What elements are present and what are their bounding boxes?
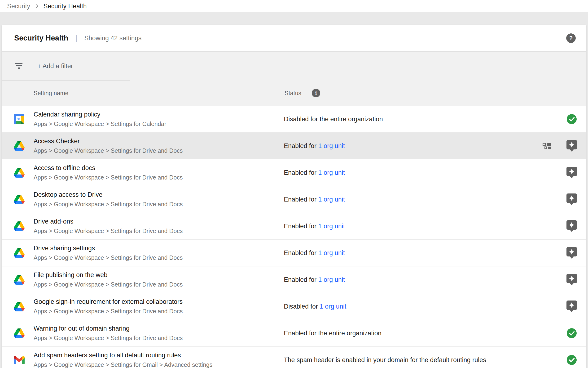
settings-count: Showing 42 settings [84,35,142,42]
status-text: The spam header is enabled in your domai… [284,356,486,364]
table-row[interactable]: 31 Calendar sharing policyApps > Google … [2,106,586,133]
security-health-page: { "breadcrumb": { "parent": "Security", … [0,0,588,368]
setting-path: Apps > Google Workspace > Settings for D… [34,281,183,288]
filter-icon[interactable] [15,63,23,69]
status-column-header: Status [285,90,301,97]
status-text: Enabled for [284,169,318,176]
setting-title: Access Checker [34,138,183,145]
status-text: Disabled for [284,303,320,310]
filter-and-columns-section: + Add a filter Setting name Status i [2,52,586,106]
setting-path: Apps > Google Workspace > Settings for D… [34,147,183,154]
table-row[interactable]: Drive sharing settingsApps > Google Work… [2,240,586,267]
status-text: Enabled for [284,249,318,257]
org-unit-link[interactable]: 1 org unit [318,142,345,149]
status-cell: Enabled for 1 org unit [284,169,345,176]
org-unit-link[interactable]: 1 org unit [318,169,345,176]
drive-icon [14,167,25,178]
setting-title: Drive add-ons [34,218,183,225]
setting-text: Calendar sharing policyApps > Google Wor… [34,111,166,127]
status-cell: The spam header is enabled in your domai… [284,356,486,364]
setting-title: Calendar sharing policy [34,111,166,118]
drive-icon [14,274,25,285]
status-cell: Enabled for 1 org unit [284,249,345,257]
breadcrumb: Security Security Health [0,0,588,12]
status-cell: Enabled for 1 org unit [284,223,345,230]
page-title: Security Health [14,34,68,42]
table-row[interactable]: Access CheckerApps > Google Workspace > … [2,133,586,159]
status-cell: Enabled for the entire organization [284,330,382,337]
breadcrumb-security-link[interactable]: Security [7,3,30,10]
info-icon[interactable]: i [312,89,320,97]
add-filter-button[interactable]: + Add a filter [37,63,73,70]
security-health-card: Security Health | Showing 42 settings ? … [2,25,586,368]
status-cell: Enabled for 1 org unit [284,196,345,203]
table-row[interactable]: File publishing on the webApps > Google … [2,267,586,293]
org-unit-link[interactable]: 1 org unit [318,276,345,283]
setting-text: Drive add-onsApps > Google Workspace > S… [34,218,183,234]
table-column-headers: Setting name Status i [2,81,586,106]
org-unit-link[interactable]: 1 org unit [318,249,345,257]
setting-title: Access to offline docs [34,164,183,172]
setting-path: Apps > Google Workspace > Settings for D… [34,174,183,181]
status-cell: Disabled for 1 org unit [284,303,346,310]
calendar-icon: 31 [14,114,25,125]
status-text: Disabled for the entire organization [284,116,383,123]
status-ok-icon [566,328,577,338]
setting-text: Access CheckerApps > Google Workspace > … [34,138,183,154]
setting-title: Warning for out of domain sharing [34,325,183,332]
setting-path: Apps > Google Workspace > Settings for C… [34,120,166,127]
setting-title: Desktop access to Drive [34,191,183,198]
setting-text: Access to offline docsApps > Google Work… [34,164,183,181]
breadcrumb-current: Security Health [44,3,87,10]
status-cell: Enabled for 1 org unit [284,276,345,284]
setting-title: File publishing on the web [34,271,183,279]
table-row[interactable]: Drive add-onsApps > Google Workspace > S… [2,213,586,240]
table-row[interactable]: Access to offline docsApps > Google Work… [2,159,586,186]
org-unit-link[interactable]: 1 org unit [320,303,347,310]
setting-path: Apps > Google Workspace > Settings for D… [34,335,183,341]
status-text: Enabled for the entire organization [284,330,382,337]
recommendation-badge-icon[interactable] [566,220,577,232]
drive-icon [14,301,25,312]
status-ok-icon [566,355,577,365]
drive-icon [14,248,25,258]
setting-title: Drive sharing settings [34,245,183,252]
setting-path: Apps > Google Workspace > Settings for D… [34,308,183,315]
recommendation-badge-icon[interactable] [566,301,577,312]
drive-icon [14,328,25,339]
chevron-right-icon [34,3,40,9]
drive-icon [14,140,25,151]
table-row[interactable]: Desktop access to DriveApps > Google Wor… [2,186,586,213]
setting-path: Apps > Google Workspace > Settings for D… [34,201,183,208]
setting-path: Apps > Google Workspace > Settings for D… [34,254,183,261]
status-ok-icon [566,114,577,124]
recommendation-badge-icon[interactable] [566,140,577,152]
setting-text: Desktop access to DriveApps > Google Wor… [34,191,183,208]
setting-text: Warning for out of domain sharingApps > … [34,325,183,341]
setting-text: File publishing on the webApps > Google … [34,271,183,288]
table-row[interactable]: Google sign-in requirement for external … [2,293,586,320]
card-header: Security Health | Showing 42 settings ? [2,25,586,52]
status-text: Enabled for [284,142,318,149]
org-units-applied-icon[interactable] [543,143,551,149]
status-text: Enabled for [284,223,318,230]
table-row[interactable]: Add spam headers setting to all default … [2,347,586,368]
recommendation-badge-icon[interactable] [566,247,577,259]
filter-row: + Add a filter [2,52,586,81]
setting-path: Apps > Google Workspace > Settings for G… [34,361,212,368]
setting-title: Google sign-in requirement for external … [34,298,183,305]
setting-title: Add spam headers setting to all default … [34,352,212,359]
recommendation-badge-icon[interactable] [566,274,577,285]
recommendation-badge-icon[interactable] [566,193,577,205]
setting-name-column-header: Setting name [34,90,68,97]
table-row[interactable]: Warning for out of domain sharingApps > … [2,320,586,347]
org-unit-link[interactable]: 1 org unit [318,223,345,230]
svg-text:31: 31 [17,117,21,121]
recommendation-badge-icon[interactable] [566,167,577,179]
drive-icon [14,221,25,232]
drive-icon [14,194,25,205]
org-unit-link[interactable]: 1 org unit [318,196,345,203]
help-icon[interactable]: ? [566,33,576,43]
setting-text: Google sign-in requirement for external … [34,298,183,315]
setting-path: Apps > Google Workspace > Settings for D… [34,228,183,234]
